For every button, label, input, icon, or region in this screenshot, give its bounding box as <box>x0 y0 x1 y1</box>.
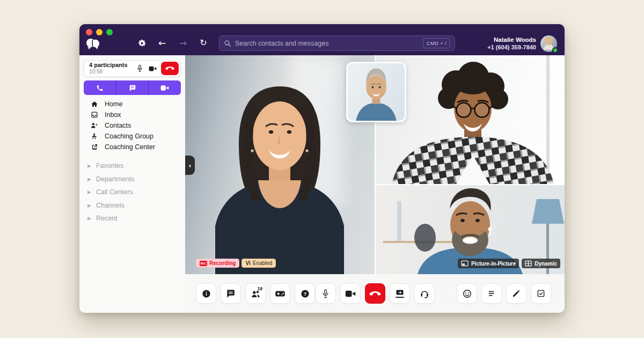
hangup-icon <box>165 66 174 71</box>
sidebar-section-departments[interactable]: ▶ Departments <box>79 173 185 186</box>
chevron-right-icon: ▶ <box>87 189 91 195</box>
edit-button[interactable] <box>506 283 526 304</box>
question-icon: ? <box>300 289 310 299</box>
forward-button[interactable]: → <box>178 38 188 48</box>
chevron-right-icon: ▶ <box>87 216 91 221</box>
settings-button[interactable] <box>137 38 147 48</box>
participants-button[interactable]: 19 <box>245 283 266 304</box>
help-button[interactable]: ? <box>295 283 315 304</box>
pip-label: Picture-in-Picture <box>471 261 516 267</box>
hangup-button[interactable] <box>365 283 385 304</box>
chevron-right-icon: ▶ <box>87 163 91 168</box>
user-name: Natalie Woods <box>487 36 536 43</box>
call-status-badges: REC Recording Vi Enabled <box>196 259 276 268</box>
sidebar-sections: ▶ Favorites ▶ Departments ▶ Call Centers… <box>79 159 185 225</box>
sidebar-item-contacts[interactable]: Contacts <box>79 120 185 131</box>
tasks-button[interactable] <box>531 283 551 304</box>
info-button[interactable] <box>196 283 216 304</box>
message-button[interactable] <box>116 80 149 95</box>
participants-count-badge: 19 <box>258 286 262 291</box>
search-input[interactable] <box>235 40 423 47</box>
close-window-button[interactable] <box>86 29 92 35</box>
video-call-button[interactable] <box>148 80 181 95</box>
quick-actions-bar <box>84 80 181 95</box>
inbox-icon <box>90 111 98 119</box>
home-icon <box>90 100 98 108</box>
info-icon <box>201 289 211 299</box>
dynamic-layout-badge[interactable]: Dynamic <box>522 259 560 268</box>
sidebar: 4 participants 10:58 <box>79 55 185 313</box>
checkbox-icon <box>536 289 546 298</box>
sidebar-section-channels[interactable]: ▶ Channels <box>79 199 185 212</box>
call-toolbar: 19 ? <box>185 274 565 313</box>
vi-label: Vi <box>245 260 250 266</box>
user-info: Natalie Woods +1 (604) 359-7840 <box>487 36 536 51</box>
pip-badge[interactable]: Picture-in-Picture <box>458 259 519 268</box>
dynamic-label: Dynamic <box>535 261 557 267</box>
sidebar-item-label: Home <box>105 100 122 108</box>
chevron-left-icon: ‹ <box>188 161 191 170</box>
games-button[interactable] <box>270 283 290 304</box>
call-button[interactable] <box>84 80 116 95</box>
call-card-hangup-button[interactable] <box>161 62 179 75</box>
toolbar-group-left: 19 ? <box>196 283 315 304</box>
chevron-right-icon: ▶ <box>87 203 91 208</box>
emoji-button[interactable] <box>457 283 477 304</box>
mic-icon <box>136 64 143 72</box>
lines-icon <box>487 289 496 298</box>
video-camera-icon <box>160 85 169 91</box>
sidebar-item-home[interactable]: Home <box>79 99 185 109</box>
traffic-lights <box>86 29 113 35</box>
sidebar-item-label: Contacts <box>105 122 131 129</box>
toolbar-group-right <box>457 283 551 304</box>
sidebar-item-inbox[interactable]: Inbox <box>79 109 185 120</box>
camera-button[interactable] <box>340 283 361 304</box>
forward-arrow-icon: → <box>179 39 187 48</box>
sidebar-section-favorites[interactable]: ▶ Favorites <box>79 159 185 173</box>
call-card-mute-button[interactable] <box>135 64 144 73</box>
call-meta: 4 participants 10:58 <box>89 62 135 75</box>
back-button[interactable]: ← <box>157 38 167 48</box>
share-screen-button[interactable] <box>390 283 410 304</box>
video-tile-participant-4-pip[interactable] <box>346 62 406 122</box>
zoom-window-button[interactable] <box>106 29 113 35</box>
active-call-card[interactable]: 4 participants 10:58 <box>84 60 181 77</box>
share-screen-icon <box>394 289 405 298</box>
call-card-camera-button[interactable] <box>148 64 157 73</box>
vi-enabled-badge: Vi Enabled <box>241 259 276 268</box>
camera-icon <box>345 290 356 298</box>
recording-label: Recording <box>209 260 236 266</box>
search-shortcut-badge: CMD + / <box>423 38 450 48</box>
sidebar-item-label: Coaching Group <box>105 133 153 140</box>
sidebar-collapse-handle[interactable]: ‹ <box>185 156 195 175</box>
sidebar-item-label: Inbox <box>105 111 121 119</box>
hangup-icon <box>369 291 381 297</box>
headset-icon <box>420 289 429 299</box>
minimize-window-button[interactable] <box>96 29 103 35</box>
main-content: 4 participants 10:58 <box>79 55 565 313</box>
transcript-button[interactable] <box>481 283 502 304</box>
section-label: Favorites <box>96 162 123 170</box>
chat-button[interactable] <box>221 283 241 304</box>
coaching-group-icon <box>90 133 98 141</box>
search-bar[interactable]: CMD + / <box>219 35 455 51</box>
sidebar-item-coaching-group[interactable]: Coaching Group <box>79 131 185 142</box>
pencil-icon <box>511 289 521 298</box>
dialpad-logo <box>85 37 100 50</box>
video-tile-participant-3[interactable]: Picture-in-Picture Dynamic <box>376 185 565 274</box>
app-window: ← → ↻ CMD + / Natalie Woods +1 (604) 359… <box>79 24 565 313</box>
top-bar: ← → ↻ CMD + / Natalie Woods +1 (604) 359… <box>79 24 565 55</box>
sidebar-section-call-centers[interactable]: ▶ Call Centers <box>79 186 185 199</box>
emoji-icon <box>462 289 472 299</box>
user-account[interactable]: Natalie Woods +1 (604) 359-7840 <box>487 35 557 52</box>
recording-badge: REC Recording <box>196 259 239 268</box>
refresh-button[interactable]: ↻ <box>199 38 208 48</box>
svg-text:?: ? <box>303 291 306 296</box>
audio-button[interactable] <box>414 283 435 304</box>
avatar[interactable] <box>540 35 557 52</box>
sidebar-item-coaching-center[interactable]: Coaching Center <box>79 142 185 152</box>
external-link-icon <box>90 143 98 151</box>
chat-bubble-icon <box>129 84 136 92</box>
sidebar-section-recent[interactable]: ▶ Recent <box>79 212 185 225</box>
mic-button[interactable] <box>316 283 336 304</box>
